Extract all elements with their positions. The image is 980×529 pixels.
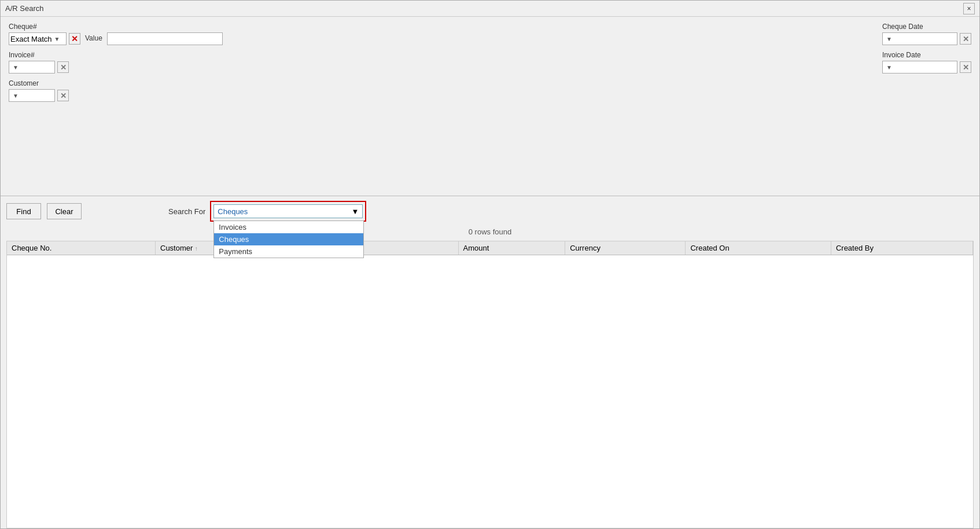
customer-input-row: ▼ ✕ bbox=[9, 89, 69, 102]
cheque-date-input-row: ▼ ✕ bbox=[882, 32, 971, 45]
cheque-label: Cheque# bbox=[9, 23, 223, 31]
invoice-date-select[interactable]: ▼ bbox=[882, 61, 957, 74]
customer-clear-icon: ✕ bbox=[60, 91, 67, 100]
results-table-container[interactable]: Cheque No. Customer ↑ Cheque Date Amount bbox=[6, 241, 974, 528]
search-for-dropdown-list: Invoices Cheques Payments bbox=[213, 221, 364, 258]
ar-search-window: A/R Search × Cheque# Exact Match ▼ ✕ Val… bbox=[0, 0, 980, 529]
toolbar-row: Find Clear Search For Cheques ▼ Invoices… bbox=[6, 201, 974, 222]
customer-select[interactable]: ▼ bbox=[9, 89, 55, 102]
filter-panel: Cheque# Exact Match ▼ ✕ Value Cheque Dat… bbox=[1, 17, 979, 196]
dropdown-item-cheques[interactable]: Cheques bbox=[214, 233, 363, 245]
cheque-date-chevron-icon: ▼ bbox=[886, 36, 892, 42]
invoice-date-chevron-icon: ▼ bbox=[886, 64, 892, 71]
cheque-row: Cheque# Exact Match ▼ ✕ Value Cheque Dat… bbox=[9, 23, 971, 45]
invoice-input-row: ▼ ✕ bbox=[9, 61, 69, 74]
invoice-date-clear-button[interactable]: ✕ bbox=[960, 61, 971, 73]
search-for-group: Search For Cheques ▼ Invoices Cheques Pa… bbox=[168, 201, 366, 222]
title-bar: A/R Search × bbox=[1, 1, 979, 17]
col-cheque-no: Cheque No. bbox=[7, 241, 156, 255]
customer-group: Customer ▼ ✕ bbox=[9, 79, 69, 102]
window-title: A/R Search bbox=[5, 4, 43, 13]
cheque-date-group: Cheque Date ▼ ✕ bbox=[882, 23, 971, 45]
invoice-select[interactable]: ▼ bbox=[9, 61, 55, 74]
table-header-row: Cheque No. Customer ↑ Cheque Date Amount bbox=[7, 241, 973, 255]
col-currency: Currency bbox=[565, 241, 686, 255]
invoice-clear-button[interactable]: ✕ bbox=[57, 61, 69, 73]
invoice-date-clear-icon-2: ✕ bbox=[963, 63, 969, 72]
customer-label: Customer bbox=[9, 79, 69, 87]
table-header: Cheque No. Customer ↑ Cheque Date Amount bbox=[7, 241, 973, 255]
search-for-chevron-icon: ▼ bbox=[351, 207, 359, 216]
cheque-date-clear-button[interactable]: ✕ bbox=[960, 33, 971, 45]
invoice-date-label: Invoice Date bbox=[882, 51, 971, 59]
search-for-dropdown-wrapper: Cheques ▼ Invoices Cheques Payments bbox=[210, 201, 366, 222]
invoice-clear-icon: ✕ bbox=[60, 63, 67, 72]
value-label: Value bbox=[85, 34, 102, 42]
cheque-clear-button[interactable]: ✕ bbox=[69, 33, 80, 45]
customer-clear-button[interactable]: ✕ bbox=[57, 90, 69, 101]
dropdown-item-invoices[interactable]: Invoices bbox=[214, 221, 363, 233]
cheque-input-row: Exact Match ▼ ✕ Value bbox=[9, 32, 223, 45]
cheque-match-value: Exact Match bbox=[10, 35, 52, 43]
cheque-clear-icon: ✕ bbox=[71, 34, 78, 43]
col-created-by: Created By bbox=[831, 241, 972, 255]
bottom-panel: Find Clear Search For Cheques ▼ Invoices… bbox=[1, 196, 979, 528]
cheque-group: Cheque# Exact Match ▼ ✕ Value bbox=[9, 23, 223, 45]
find-button[interactable]: Find bbox=[6, 203, 41, 219]
status-bar: 0 rows found bbox=[6, 225, 974, 238]
invoice-group: Invoice# ▼ ✕ bbox=[9, 51, 69, 74]
cheque-value-input[interactable] bbox=[107, 32, 223, 45]
invoice-chevron-icon: ▼ bbox=[13, 64, 19, 71]
invoice-label: Invoice# bbox=[9, 51, 69, 59]
cheque-date-select[interactable]: ▼ bbox=[882, 32, 957, 45]
cheque-match-chevron-icon: ▼ bbox=[54, 36, 60, 42]
customer-row: Customer ▼ ✕ bbox=[9, 79, 971, 102]
clear-action-button[interactable]: Clear bbox=[47, 203, 82, 219]
close-button[interactable]: × bbox=[963, 3, 975, 14]
search-for-selected: Cheques bbox=[218, 207, 248, 216]
invoice-date-group: Invoice Date ▼ ✕ bbox=[882, 51, 971, 74]
invoice-row: Invoice# ▼ ✕ Invoice Date ▼ bbox=[9, 51, 971, 74]
col-amount: Amount bbox=[458, 241, 565, 255]
customer-sort-icon: ↑ bbox=[195, 245, 198, 252]
customer-chevron-icon: ▼ bbox=[13, 93, 19, 99]
dropdown-item-payments[interactable]: Payments bbox=[214, 245, 363, 258]
invoice-date-input-row: ▼ ✕ bbox=[882, 61, 971, 74]
cheque-match-select[interactable]: Exact Match ▼ bbox=[9, 32, 67, 45]
search-for-label: Search For bbox=[168, 207, 205, 216]
cheque-date-clear-icon: ✕ bbox=[963, 35, 969, 43]
results-table: Cheque No. Customer ↑ Cheque Date Amount bbox=[7, 241, 973, 255]
col-created-on: Created On bbox=[686, 241, 831, 255]
cheque-date-label: Cheque Date bbox=[882, 23, 971, 31]
search-for-select[interactable]: Cheques ▼ bbox=[213, 204, 363, 218]
